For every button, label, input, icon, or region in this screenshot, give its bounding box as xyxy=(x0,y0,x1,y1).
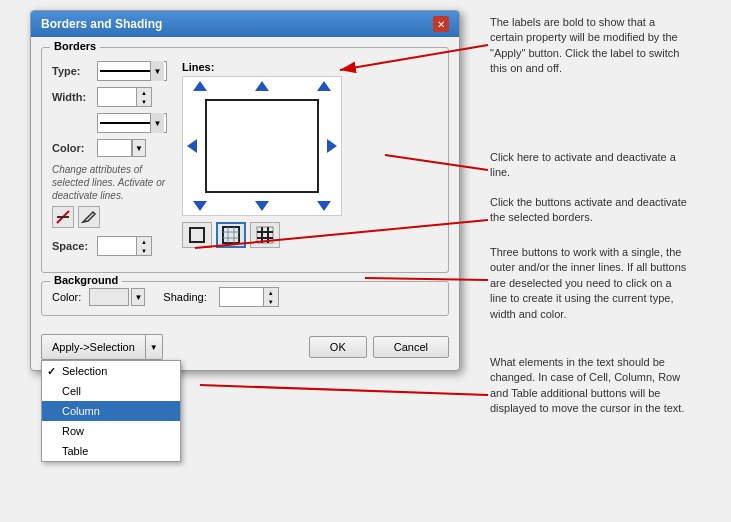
line-style-select[interactable]: ▼ xyxy=(97,61,167,81)
width-style-select[interactable]: ▼ xyxy=(97,113,167,133)
shading-up-button[interactable]: ▲ xyxy=(264,288,278,297)
background-group-label: Background xyxy=(50,274,122,286)
width-style-row: ▼ xyxy=(52,113,172,133)
annotation-4: Three buttons to work with a single, the… xyxy=(490,245,690,322)
space-up-button[interactable]: ▲ xyxy=(137,237,151,246)
arrow-left-center[interactable] xyxy=(187,139,197,153)
space-input[interactable]: 0 pt xyxy=(97,236,137,256)
width-spinbox: 0 pt ▲ ▼ xyxy=(97,87,152,107)
color-dropdown-arrow[interactable]: ▼ xyxy=(132,139,146,157)
bg-color-dropdown[interactable]: ▼ xyxy=(131,288,145,306)
shading-label: Shading: xyxy=(163,291,206,303)
borders-group: Borders Type: ▼ xyxy=(41,47,449,273)
color-label: Color: xyxy=(52,142,92,154)
apply-dropdown-menu: ✓ Selection Cell Column Row Table xyxy=(41,360,181,462)
ok-button[interactable]: OK xyxy=(309,336,367,358)
borders-shading-dialog: Borders and Shading ✕ Borders Type: ▼ xyxy=(30,10,460,371)
background-group: Background Color: ▼ Shading: 100 % ▲ ▼ xyxy=(41,281,449,316)
svg-rect-4 xyxy=(190,228,204,242)
annotation-1: The labels are bold to show that a certa… xyxy=(490,15,690,77)
width-label: Width: xyxy=(52,91,92,103)
arrow-top-right[interactable] xyxy=(317,81,331,91)
borders-content: Type: ▼ Width: 0 pt xyxy=(52,61,438,262)
type-control: ▼ xyxy=(97,61,172,81)
left-panel: Type: ▼ Width: 0 pt xyxy=(52,61,172,262)
dropdown-item-row[interactable]: Row xyxy=(42,421,180,441)
pencil-icon[interactable] xyxy=(78,206,100,228)
inner-border-box[interactable] xyxy=(205,99,319,193)
lines-preview-area xyxy=(182,76,342,216)
width-spin-buttons: ▲ ▼ xyxy=(137,87,152,107)
color-row: Color: ▼ xyxy=(52,139,172,157)
cancel-button[interactable]: Cancel xyxy=(373,336,449,358)
dialog-titlebar: Borders and Shading ✕ xyxy=(31,11,459,37)
width-down-button[interactable]: ▼ xyxy=(137,97,151,106)
line-preview xyxy=(100,70,150,72)
shading-spinbox: 100 % ▲ ▼ xyxy=(219,287,279,307)
outer-border-button[interactable] xyxy=(216,222,246,248)
width-row: Width: 0 pt ▲ ▼ xyxy=(52,87,172,107)
background-row: Color: ▼ Shading: 100 % ▲ ▼ xyxy=(52,287,438,307)
dropdown-item-cell[interactable]: Cell xyxy=(42,381,180,401)
dialog-buttons: Apply->Selection ▼ ✓ Selection Cell Colu… xyxy=(31,334,459,370)
svg-line-19 xyxy=(200,385,488,395)
space-label: Space: xyxy=(52,240,92,252)
tool-icons xyxy=(52,206,172,228)
space-row: Space: 0 pt ▲ ▼ xyxy=(52,236,172,256)
space-down-button[interactable]: ▼ xyxy=(137,246,151,255)
space-spinbox: 0 pt ▲ ▼ xyxy=(97,236,152,256)
border-preset-buttons xyxy=(182,222,438,248)
svg-rect-3 xyxy=(190,228,204,242)
bg-color-label: Color: xyxy=(52,291,81,303)
shading-spin-buttons: ▲ ▼ xyxy=(264,287,279,307)
shading-input[interactable]: 100 % xyxy=(219,287,264,307)
bg-color-box[interactable] xyxy=(89,288,129,306)
svg-rect-10 xyxy=(257,227,273,243)
annotation-5: What elements in the text should be chan… xyxy=(490,355,690,417)
apply-dropdown-button[interactable]: ▼ xyxy=(146,334,163,360)
width-dropdown-arrow[interactable]: ▼ xyxy=(150,113,164,133)
inner-lines-button[interactable] xyxy=(250,222,280,248)
dropdown-item-table[interactable]: Table xyxy=(42,441,180,461)
arrow-right-center[interactable] xyxy=(327,139,337,153)
bg-color-control: ▼ xyxy=(89,288,145,306)
width-up-button[interactable]: ▲ xyxy=(137,88,151,97)
arrow-top-center[interactable] xyxy=(255,81,269,91)
annotation-3: Click the buttons activate and deactivat… xyxy=(490,195,690,226)
strikethrough-icon[interactable] xyxy=(52,206,74,228)
dialog-body: Borders Type: ▼ xyxy=(31,37,459,334)
lines-label: Lines: xyxy=(182,61,438,73)
dropdown-item-selection[interactable]: ✓ Selection xyxy=(42,361,180,381)
color-box[interactable] xyxy=(97,139,132,157)
annotation-2: Click here to activate and deactivate a … xyxy=(490,150,690,181)
right-panel: Lines: xyxy=(182,61,438,262)
apply-wrap: Apply->Selection ▼ xyxy=(41,334,163,360)
single-border-button[interactable] xyxy=(182,222,212,248)
width-line-preview xyxy=(100,122,150,124)
close-button[interactable]: ✕ xyxy=(433,16,449,32)
arrow-top-left[interactable] xyxy=(193,81,207,91)
dialog-title: Borders and Shading xyxy=(41,17,162,31)
apply-button[interactable]: Apply->Selection xyxy=(41,334,146,360)
type-label: Type: xyxy=(52,65,92,77)
arrow-bottom-left[interactable] xyxy=(193,201,207,211)
arrow-bottom-right[interactable] xyxy=(317,201,331,211)
shading-down-button[interactable]: ▼ xyxy=(264,297,278,306)
width-input[interactable]: 0 pt xyxy=(97,87,137,107)
type-dropdown-arrow[interactable]: ▼ xyxy=(150,61,164,81)
svg-rect-5 xyxy=(223,227,239,243)
color-control: ▼ xyxy=(97,139,172,157)
info-area: Change attributes of selected lines. Act… xyxy=(52,163,172,202)
space-spin-buttons: ▲ ▼ xyxy=(137,236,152,256)
type-row: Type: ▼ xyxy=(52,61,172,81)
arrow-bottom-center[interactable] xyxy=(255,201,269,211)
info-text: Change attributes of selected lines. Act… xyxy=(52,163,172,202)
dropdown-item-column[interactable]: Column xyxy=(42,401,180,421)
borders-group-label: Borders xyxy=(50,40,100,52)
